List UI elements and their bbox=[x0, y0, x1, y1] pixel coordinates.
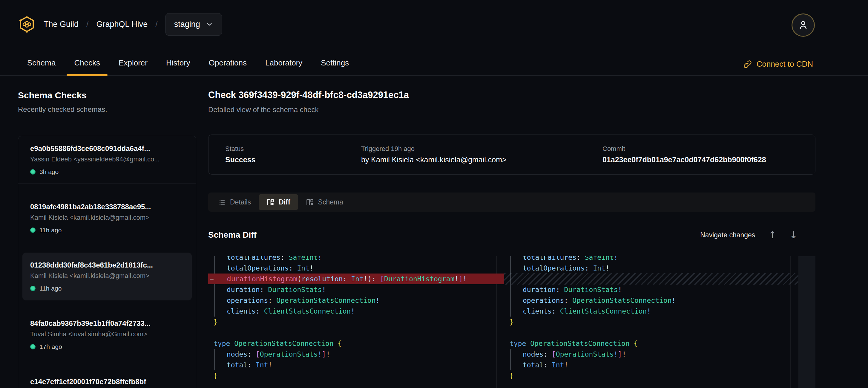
code-text: clients: ClientStatsConnection! bbox=[214, 306, 355, 317]
view-tab-details[interactable]: Details bbox=[210, 194, 259, 210]
line-marker bbox=[504, 338, 509, 349]
triggered-label: Triggered 19h ago bbox=[361, 145, 602, 153]
schema-check-list-item[interactable]: e9a0b55886fd3ce608c091dda6a4f...Yassin E… bbox=[18, 136, 196, 184]
target-selector[interactable]: staging bbox=[165, 13, 222, 36]
user-menu-button[interactable] bbox=[792, 13, 815, 37]
nav-tab-label: Operations bbox=[209, 58, 247, 67]
view-tab-diff[interactable]: Diff bbox=[259, 194, 298, 210]
line-marker bbox=[208, 256, 214, 263]
code-text: totalOperations: Int! bbox=[509, 263, 610, 273]
breadcrumb-separator: / bbox=[86, 20, 89, 29]
code-text: nodes: [OperationStats!]! bbox=[214, 349, 330, 360]
list-icon bbox=[218, 198, 226, 206]
columns-icon bbox=[267, 198, 275, 206]
diff-code-line: } bbox=[504, 370, 798, 381]
hive-logo-icon[interactable] bbox=[18, 15, 36, 33]
check-author: Tuval Simha <tuval.simha@Gmail.com> bbox=[30, 330, 184, 338]
nav-tab-checks[interactable]: Checks bbox=[65, 50, 109, 75]
commit-label: Commit bbox=[602, 145, 815, 153]
breadcrumb-project[interactable]: GraphQL Hive bbox=[96, 20, 148, 29]
code-text: totalFailures: SafeInt! bbox=[509, 256, 618, 263]
diff-scrollbar[interactable] bbox=[798, 256, 815, 388]
diff-code-line: operations: OperationStatsConnection! bbox=[504, 295, 798, 306]
diff-code-line: duration: DurationStats! bbox=[504, 284, 798, 295]
nav-tab-label: Checks bbox=[74, 58, 100, 67]
diff-code-line: totalFailures: SafeInt! bbox=[504, 256, 798, 263]
code-text: duration: DurationStats! bbox=[509, 284, 622, 295]
diff-code-line: totalOperations: Int! bbox=[208, 263, 504, 273]
schema-check-list-item[interactable]: 01238ddd30faf8c43e61be2d1813fc...Kamil K… bbox=[22, 252, 192, 300]
commit-value: 01a23ee0f7db01a9e7ac0d0747d62bb900f0f628 bbox=[602, 155, 815, 164]
code-text: total: Int! bbox=[214, 360, 272, 370]
diff-code-line: type OperationStatsConnection { bbox=[504, 338, 798, 349]
code-text: operations: OperationStatsConnection! bbox=[214, 295, 380, 306]
nav-tab-label: History bbox=[166, 58, 190, 67]
schema-diff-header: Schema Diff Navigate changes ↑ ↓ bbox=[208, 228, 815, 241]
chevron-down-icon bbox=[206, 20, 213, 28]
line-marker bbox=[208, 295, 214, 306]
success-dot-icon bbox=[30, 286, 35, 291]
schema-checks-sidebar: Schema Checks Recently checked schemas. … bbox=[0, 76, 208, 388]
target-selector-value: staging bbox=[174, 20, 200, 29]
check-time-row: 3h ago bbox=[30, 168, 184, 176]
code-text: } bbox=[214, 370, 218, 381]
columns-icon bbox=[306, 198, 314, 206]
nav-tab-schema[interactable]: Schema bbox=[18, 50, 65, 75]
check-time-row: 11h ago bbox=[30, 227, 184, 234]
diff-removed-line: −durationHistogram(resolution: Int!): [D… bbox=[208, 273, 504, 284]
line-marker bbox=[504, 306, 509, 317]
arrow-up-icon[interactable]: ↑ bbox=[768, 230, 776, 240]
line-marker bbox=[208, 306, 214, 317]
nav-tab-laboratory[interactable]: Laboratory bbox=[256, 50, 312, 75]
line-marker bbox=[504, 370, 509, 381]
connect-to-cdn-button[interactable]: Connect to CDN bbox=[743, 59, 813, 69]
primary-nav: SchemaChecksExplorerHistoryOperationsLab… bbox=[18, 50, 358, 75]
nav-tab-explorer[interactable]: Explorer bbox=[109, 50, 157, 75]
line-marker bbox=[208, 349, 214, 360]
nav-tab-operations[interactable]: Operations bbox=[199, 50, 256, 75]
code-text: clients: ClientStatsConnection! bbox=[509, 306, 651, 317]
nav-tab-settings[interactable]: Settings bbox=[312, 50, 358, 75]
code-text: } bbox=[509, 370, 514, 381]
diff-code-line: nodes: [OperationStats!]! bbox=[504, 349, 798, 360]
diff-code-line: clients: ClientStatsConnection! bbox=[504, 306, 798, 317]
diff-code-line: total: Int! bbox=[208, 360, 504, 370]
check-title: Check 369f3439-929f-48df-bfc8-cd3a9291ec… bbox=[208, 90, 815, 100]
check-hash: 0819afc4981ba2ab18e338788ae95... bbox=[30, 203, 184, 211]
diff-left-pane[interactable]: totalFailures: SafeInt!totalOperations: … bbox=[208, 256, 504, 388]
diff-blank-line bbox=[504, 327, 798, 338]
breadcrumb: The Guild / GraphQL Hive / staging bbox=[18, 13, 222, 36]
check-subtitle: Detailed view of the schema check bbox=[208, 106, 815, 114]
schema-check-list-item[interactable]: 0819afc4981ba2ab18e338788ae95...Kamil Ki… bbox=[18, 194, 196, 242]
diff-left-code: totalFailures: SafeInt!totalOperations: … bbox=[208, 256, 504, 381]
link-icon bbox=[743, 60, 752, 68]
code-text: duration: DurationStats! bbox=[214, 284, 326, 295]
check-author: Kamil Kisiela <kamil.kisiela@gmail.com> bbox=[30, 214, 184, 221]
schema-check-list-item[interactable]: e14e7eff1ef20001f70e72b8ffefb8bf bbox=[18, 369, 196, 388]
user-icon bbox=[797, 19, 809, 31]
view-tab-label: Diff bbox=[279, 198, 290, 206]
connect-to-cdn-label: Connect to CDN bbox=[756, 59, 813, 69]
view-tab-schema[interactable]: Schema bbox=[298, 194, 351, 210]
code-text: type OperationStatsConnection { bbox=[509, 338, 638, 349]
line-marker bbox=[504, 263, 509, 273]
line-marker bbox=[208, 370, 214, 381]
check-view-tabs: DetailsDiffSchema bbox=[208, 192, 815, 212]
diff-code-line: operations: OperationStatsConnection! bbox=[208, 295, 504, 306]
removed-marker: − bbox=[208, 273, 214, 284]
nav-tab-history[interactable]: History bbox=[157, 50, 199, 75]
nav-tab-label: Schema bbox=[27, 58, 56, 67]
status-label: Status bbox=[225, 145, 361, 153]
check-time: 11h ago bbox=[39, 285, 62, 292]
navigate-changes: Navigate changes ↑ ↓ bbox=[700, 230, 798, 240]
arrow-down-icon[interactable]: ↓ bbox=[789, 230, 798, 240]
check-status-card: Status Success Triggered 19h ago by Kami… bbox=[208, 135, 815, 175]
diff-code-line: } bbox=[208, 317, 504, 327]
check-author: Yassin Eldeeb <yassineldeeb94@gmail.co..… bbox=[30, 155, 184, 163]
schema-check-list-item[interactable]: 84fa0cab9367b39e1b1ff0a74f2733...Tuval S… bbox=[18, 311, 196, 359]
breadcrumb-org[interactable]: The Guild bbox=[43, 20, 79, 29]
check-time-row: 17h ago bbox=[30, 343, 184, 350]
nav-tab-label: Explorer bbox=[119, 58, 148, 67]
diff-right-pane[interactable]: totalFailures: SafeInt!totalOperations: … bbox=[504, 256, 798, 388]
diff-removed-placeholder bbox=[504, 273, 798, 285]
